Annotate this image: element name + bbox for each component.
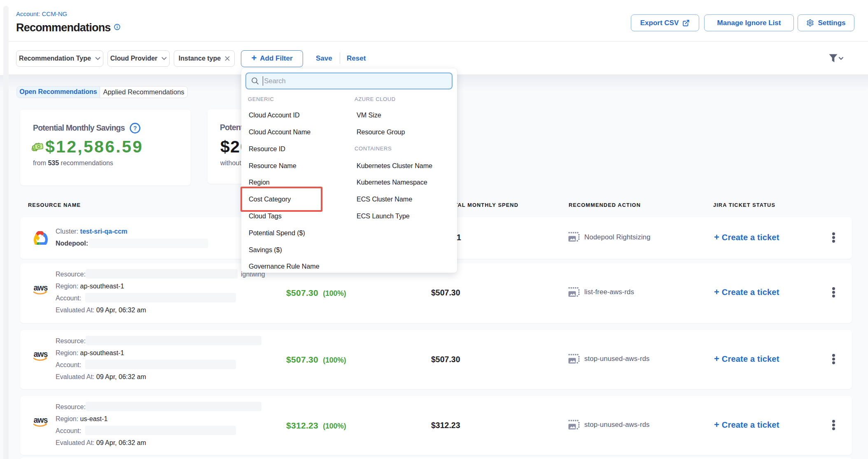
svg-text:?: ?: [133, 125, 137, 131]
svg-text:aws: aws: [34, 416, 48, 424]
svg-text:aws: aws: [34, 283, 48, 292]
svg-text:aws: aws: [34, 350, 48, 358]
